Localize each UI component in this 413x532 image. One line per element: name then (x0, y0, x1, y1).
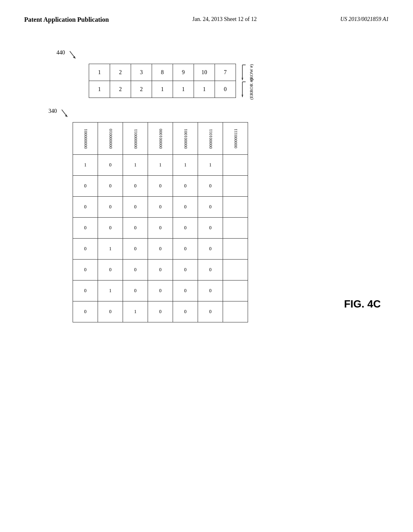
error-label: (ERROR #) (249, 79, 254, 100)
big-table-cell: 0 (73, 281, 98, 301)
svg-marker-9 (65, 114, 67, 117)
big-table-cell: 0 (148, 281, 173, 301)
big-table-cell: 0 (198, 281, 223, 301)
big-table-cell: 0 (173, 197, 198, 218)
top-table-section: 123891071221110 (ROW #) (89, 64, 389, 98)
big-table-cell: 0 (148, 301, 173, 322)
big-table-cell: 0 (98, 301, 123, 322)
top-table: 123891071221110 (89, 64, 236, 98)
big-table-cell: 0 (123, 197, 148, 218)
content-area: 440 123891071221110 (ROW # (0, 31, 413, 335)
big-table-header-cell: 000000011 (123, 123, 148, 155)
big-table-cell: 1 (98, 239, 123, 260)
big-table-cell: 1 (98, 281, 123, 301)
svg-marker-7 (242, 95, 243, 97)
svg-marker-1 (73, 56, 75, 58)
big-table-header-cell: 000000001 (73, 123, 98, 155)
big-table-cell: 0 (73, 239, 98, 260)
big-table-cell: 0 (148, 239, 173, 260)
arrow-440-icon (67, 50, 79, 62)
big-table-cell: 0 (173, 301, 198, 322)
row-label: (ROW #) (249, 64, 254, 81)
top-table-cell: 1 (173, 81, 194, 98)
big-table-cell: 1 (148, 155, 173, 176)
big-table-cell: 1 (73, 155, 98, 176)
big-table-cell: 0 (198, 218, 223, 239)
big-table-header-cell: 000001000 (148, 123, 173, 155)
big-table-header-cell: 000001001 (173, 123, 198, 155)
top-table-cell: 2 (110, 64, 131, 81)
big-table-cell: 0 (98, 176, 123, 197)
big-table-cell: 0 (198, 239, 223, 260)
top-table-cell: 2 (110, 81, 131, 98)
big-table-cell (223, 239, 248, 260)
big-table-cell: 0 (123, 239, 148, 260)
big-table-cell: 0 (73, 218, 98, 239)
big-table-cell: 1 (123, 155, 148, 176)
header-center: Jan. 24, 2013 Sheet 12 of 12 (192, 16, 257, 23)
big-table-cell: 0 (123, 281, 148, 301)
big-table-cell: 1 (123, 301, 148, 322)
big-table-cell: 0 (98, 260, 123, 281)
big-table-cell (223, 197, 248, 218)
top-table-cell: 1 (89, 81, 110, 98)
label-440: 440 (56, 50, 65, 56)
big-table-cell: 0 (73, 260, 98, 281)
header-left: Patent Application Publication (24, 16, 109, 23)
label-340: 340 (48, 108, 57, 114)
big-table-cell: 0 (98, 218, 123, 239)
big-table-cell: 0 (148, 218, 173, 239)
big-table-header-cell: 000001011 (198, 123, 223, 155)
top-table-cell: 9 (173, 64, 194, 81)
top-table-cell: 3 (131, 64, 152, 81)
top-table-cell: 10 (194, 64, 215, 81)
big-table-cell: 0 (173, 239, 198, 260)
big-table-cell: 0 (173, 260, 198, 281)
big-table-cell: 0 (73, 197, 98, 218)
big-table-cell: 0 (123, 260, 148, 281)
top-table-cell: 8 (152, 64, 173, 81)
big-table-cell (223, 281, 248, 301)
label-440-container: 440 (56, 50, 79, 62)
big-table-cell: 0 (73, 301, 98, 322)
big-table-cell (223, 176, 248, 197)
big-table-cell: 0 (148, 176, 173, 197)
big-table-cell: 0 (123, 218, 148, 239)
big-table-cell: 0 (98, 197, 123, 218)
svg-marker-4 (242, 78, 243, 80)
page-header: Patent Application Publication Jan. 24, … (0, 0, 413, 31)
big-table-cell: 0 (173, 176, 198, 197)
bracket-bottom-icon (241, 81, 249, 98)
big-table-cell (223, 155, 248, 176)
big-table-cell: 0 (123, 176, 148, 197)
top-table-cell: 1 (194, 81, 215, 98)
big-table-cell: 0 (173, 281, 198, 301)
big-table-header-cell: 000000010 (98, 123, 123, 155)
big-table-cell: 0 (148, 260, 173, 281)
top-table-cell: 0 (215, 81, 236, 98)
top-table-cell: 1 (89, 64, 110, 81)
top-table-cell: 2 (131, 81, 152, 98)
big-table-cell: 0 (198, 176, 223, 197)
big-table-cell: 1 (173, 155, 198, 176)
big-table-cell (223, 301, 248, 322)
big-table-cell: 0 (148, 197, 173, 218)
header-right: US 2013/0021859 A1 (340, 16, 389, 23)
fig-label: FIG. 4C (344, 298, 381, 310)
big-table-cell: 0 (198, 197, 223, 218)
big-table-cell: 0 (198, 260, 223, 281)
top-table-cell: 7 (215, 64, 236, 81)
bracket-top-icon (241, 64, 249, 81)
big-table-cell: 1 (198, 155, 223, 176)
big-table-cell: 0 (73, 176, 98, 197)
big-table-cell: 0 (198, 301, 223, 322)
big-table-cell (223, 218, 248, 239)
label-340-container: 340 (48, 108, 71, 120)
big-table-header-cell: 000000111 (223, 123, 248, 155)
big-table-cell: 0 (98, 155, 123, 176)
side-labels: (ROW #) (ERROR #) (241, 64, 254, 98)
top-table-cell: 1 (152, 81, 173, 98)
arrow-340-icon (58, 108, 71, 120)
big-table-cell (223, 260, 248, 281)
big-table: 0000000010000000100000000110000010000000… (73, 122, 248, 322)
